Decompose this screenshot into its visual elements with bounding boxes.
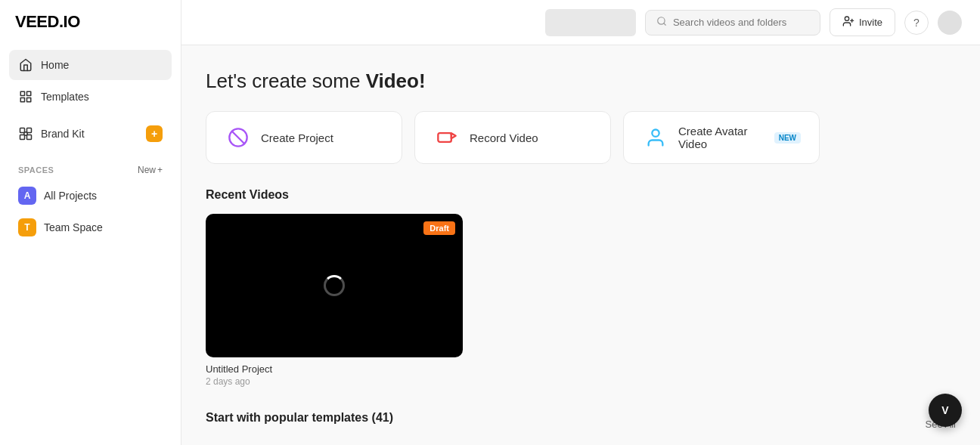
sidebar-item-templates[interactable]: Templates	[9, 82, 172, 112]
sidebar-item-home[interactable]: Home	[9, 50, 172, 80]
help-button[interactable]: ?	[904, 11, 929, 35]
video-name: Untitled Project	[206, 363, 463, 375]
veed-fab-button[interactable]: V	[929, 394, 962, 427]
action-cards: Create Project Record Video	[206, 111, 956, 164]
video-date: 2 days ago	[206, 376, 463, 387]
svg-point-11	[845, 17, 848, 20]
sidebar-item-brand-kit[interactable]: Brand Kit +	[9, 118, 172, 150]
record-video-icon	[433, 124, 461, 151]
content-area: Let's create some Video! Create Project	[181, 45, 980, 445]
svg-rect-6	[27, 128, 32, 133]
recent-videos-title: Recent Videos	[206, 188, 956, 202]
svg-line-15	[232, 131, 244, 144]
search-bar[interactable]	[645, 10, 820, 36]
main-area: Invite ? Let's create some Video! Create…	[181, 0, 980, 445]
sidebar-templates-label: Templates	[41, 91, 89, 103]
svg-rect-2	[27, 98, 31, 102]
brand-kit-label: Brand Kit	[41, 128, 85, 140]
search-icon	[656, 16, 667, 29]
video-card[interactable]: Draft Untitled Project 2 days ago	[206, 214, 463, 387]
create-avatar-icon	[642, 124, 669, 151]
svg-rect-3	[20, 98, 24, 102]
svg-line-10	[664, 23, 666, 25]
header-placeholder	[545, 9, 636, 36]
svg-rect-16	[438, 133, 451, 142]
avatar-new-badge: NEW	[774, 132, 801, 144]
team-space-avatar: T	[18, 218, 36, 236]
create-project-icon	[225, 124, 252, 151]
invite-label: Invite	[859, 17, 882, 28]
draft-badge: Draft	[423, 221, 455, 235]
all-projects-avatar: A	[18, 187, 36, 205]
page-title: Let's create some Video!	[206, 70, 956, 93]
create-project-label: Create Project	[261, 131, 333, 144]
app-logo: VEED.IO	[0, 0, 181, 44]
create-avatar-card[interactable]: Create Avatar Video NEW	[623, 111, 820, 164]
brand-kit-left: Brand Kit	[18, 126, 85, 141]
sidebar-item-all-projects[interactable]: A All Projects	[9, 180, 172, 212]
invite-icon	[842, 15, 854, 29]
brand-kit-icon	[18, 126, 33, 141]
sidebar-item-team-space[interactable]: T Team Space	[9, 212, 172, 243]
video-grid: Draft Untitled Project 2 days ago	[206, 214, 956, 387]
svg-point-17	[652, 130, 659, 137]
create-project-card[interactable]: Create Project	[206, 111, 402, 164]
svg-rect-7	[27, 135, 32, 140]
team-space-label: Team Space	[44, 221, 103, 233]
sidebar-nav: Home Templates	[0, 44, 181, 118]
create-avatar-label: Create Avatar Video	[678, 125, 762, 150]
home-icon	[18, 57, 33, 73]
plus-icon: +	[157, 165, 163, 175]
sidebar: VEED.IO Home Templates	[0, 0, 181, 445]
record-video-card[interactable]: Record Video	[414, 111, 611, 164]
templates-section-title: Start with popular templates (41)	[206, 411, 393, 425]
record-video-label: Record Video	[470, 131, 538, 144]
spaces-label: SPACES	[18, 165, 54, 175]
header: Invite ?	[181, 0, 980, 45]
video-thumbnail: Draft	[206, 214, 463, 357]
help-icon: ?	[913, 17, 920, 29]
brand-kit-upgrade-badge: +	[146, 125, 163, 142]
invite-button[interactable]: Invite	[830, 8, 895, 36]
search-input[interactable]	[673, 17, 809, 28]
all-projects-label: All Projects	[44, 190, 97, 202]
svg-rect-1	[27, 91, 31, 95]
video-loading-spinner	[324, 275, 345, 296]
spaces-new-button[interactable]: New +	[138, 165, 163, 175]
svg-rect-8	[20, 135, 25, 140]
svg-rect-0	[20, 91, 24, 95]
svg-rect-5	[20, 128, 25, 133]
spaces-header: SPACES New +	[0, 156, 181, 180]
sidebar-home-label: Home	[41, 59, 69, 71]
templates-header: Start with popular templates (41) See Al…	[206, 411, 956, 437]
user-avatar[interactable]	[938, 11, 962, 35]
templates-icon	[18, 89, 33, 104]
